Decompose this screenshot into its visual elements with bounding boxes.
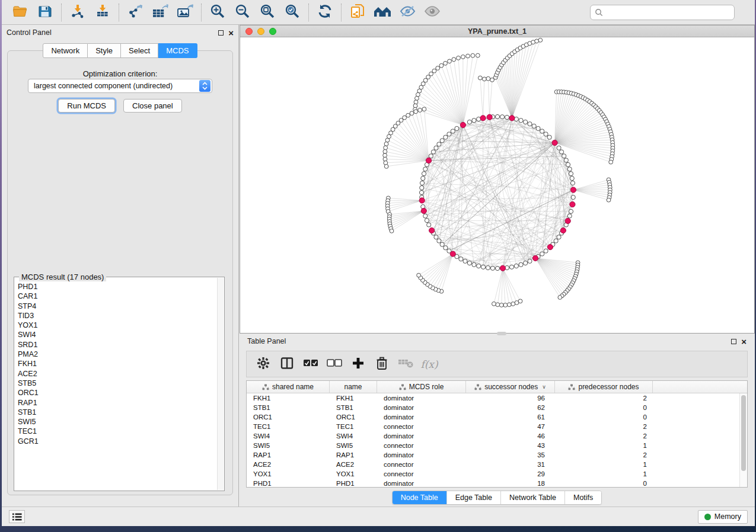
leaf-node[interactable]	[432, 69, 436, 73]
leaf-node[interactable]	[482, 77, 486, 81]
leaf-node[interactable]	[476, 53, 480, 57]
mcds-result-item[interactable]: STP4	[18, 302, 217, 311]
mcds-dominator-node[interactable]	[532, 255, 538, 261]
mcds-dominator-node[interactable]	[500, 265, 505, 271]
leaf-node[interactable]	[461, 55, 465, 59]
leaf-node[interactable]	[417, 273, 421, 277]
leaf-node[interactable]	[383, 149, 387, 153]
leaf-node[interactable]	[414, 110, 418, 114]
tab-style[interactable]: Style	[88, 43, 121, 58]
table-row[interactable]: STB1STB1dominator620	[247, 403, 739, 412]
network-node[interactable]	[437, 142, 441, 146]
network-node[interactable]	[562, 154, 566, 158]
leaf-node[interactable]	[499, 303, 503, 307]
mcds-result-item[interactable]: FKH1	[18, 359, 217, 368]
mcds-list-scrollbar[interactable]	[217, 278, 224, 490]
mcds-dominator-node[interactable]	[565, 218, 570, 223]
column-header-name[interactable]: name	[330, 381, 377, 393]
import-table-button[interactable]	[90, 2, 115, 23]
settings-button[interactable]	[253, 354, 274, 375]
table-row[interactable]: SWI4SWI4dominator462	[247, 431, 739, 441]
network-node[interactable]	[495, 114, 499, 118]
tab-mcds[interactable]: MCDS	[158, 43, 197, 58]
network-node[interactable]	[528, 122, 532, 126]
memory-button[interactable]: Memory	[698, 510, 748, 524]
mcds-dominator-node[interactable]	[547, 244, 553, 249]
network-node[interactable]	[444, 135, 448, 139]
network-node[interactable]	[524, 261, 528, 265]
network-node[interactable]	[451, 129, 455, 133]
zoom-out-button[interactable]	[230, 2, 255, 23]
leaf-node[interactable]	[511, 302, 515, 306]
close-window-icon[interactable]	[245, 28, 253, 35]
network-node[interactable]	[455, 126, 459, 130]
mcds-result-item[interactable]: PHD1	[18, 282, 217, 291]
network-node[interactable]	[519, 118, 523, 123]
tab-node-table[interactable]: Node Table	[393, 491, 446, 504]
clone-network-button[interactable]	[345, 2, 370, 23]
network-node[interactable]	[540, 129, 544, 133]
leaf-node[interactable]	[496, 303, 500, 307]
leaf-node[interactable]	[609, 160, 613, 164]
mcds-dominator-node[interactable]	[509, 116, 515, 121]
close-table-panel-icon[interactable]: ×	[741, 339, 747, 344]
zoom-fit-button[interactable]	[255, 2, 280, 23]
network-node[interactable]	[567, 214, 572, 218]
mcds-dominator-node[interactable]	[460, 122, 465, 127]
network-node[interactable]	[569, 172, 573, 176]
network-node[interactable]	[567, 167, 572, 171]
network-node[interactable]	[467, 120, 471, 124]
leaf-node[interactable]	[466, 54, 470, 58]
search-apps-button[interactable]	[370, 2, 395, 23]
tab-motifs[interactable]: Motifs	[564, 491, 601, 504]
network-node[interactable]	[571, 195, 575, 199]
mcds-result-list[interactable]: PHD1CAR1STP4TID3YOX1SWI4SRD1PMA2FKH1ACE2…	[18, 282, 217, 489]
network-node[interactable]	[557, 235, 561, 239]
leaf-node[interactable]	[384, 142, 388, 146]
mcds-result-item[interactable]: STB1	[18, 408, 217, 417]
table-row[interactable]: ORC1ORC1dominator610	[247, 412, 739, 422]
leaf-node[interactable]	[385, 138, 390, 142]
search-input[interactable]	[606, 8, 730, 17]
delete-column-button[interactable]	[371, 354, 393, 375]
table-row[interactable]: ACE2ACE2connector311	[247, 460, 739, 469]
leaf-node[interactable]	[406, 113, 410, 117]
network-node[interactable]	[540, 252, 544, 256]
tab-network[interactable]: Network	[43, 43, 88, 58]
mcds-result-item[interactable]: SWI4	[18, 330, 217, 339]
float-panel-icon[interactable]	[218, 30, 224, 36]
leaf-node[interactable]	[439, 63, 444, 68]
network-node[interactable]	[554, 239, 558, 243]
vertical-splitter-handle[interactable]	[237, 267, 241, 277]
save-session-button[interactable]	[33, 2, 58, 23]
network-node[interactable]	[490, 266, 495, 270]
horizontal-splitter-handle[interactable]	[497, 332, 506, 335]
leaf-node[interactable]	[538, 38, 543, 42]
network-node[interactable]	[463, 259, 467, 263]
tab-select[interactable]: Select	[121, 43, 158, 58]
mcds-result-item[interactable]: YOX1	[18, 321, 217, 330]
network-node[interactable]	[564, 158, 568, 162]
network-node[interactable]	[440, 139, 444, 143]
hide-selected-button[interactable]	[395, 2, 420, 23]
network-node[interactable]	[423, 167, 428, 171]
network-node[interactable]	[434, 146, 438, 150]
mcds-result-item[interactable]: SRD1	[18, 340, 217, 350]
network-node[interactable]	[557, 146, 561, 150]
leaf-node[interactable]	[448, 59, 452, 63]
mcds-result-item[interactable]: ORC1	[18, 388, 217, 398]
zoom-selected-button[interactable]	[280, 2, 305, 23]
network-node[interactable]	[420, 181, 424, 185]
network-node[interactable]	[444, 246, 448, 250]
close-panel-icon[interactable]: ×	[228, 30, 234, 36]
open-session-button[interactable]	[8, 2, 33, 23]
leaf-node[interactable]	[478, 76, 482, 80]
network-node[interactable]	[472, 262, 476, 267]
leaf-node[interactable]	[436, 66, 440, 70]
leaf-node[interactable]	[422, 107, 426, 111]
network-node[interactable]	[429, 154, 433, 158]
column-header-predecessor-nodes[interactable]: predecessor nodes	[555, 381, 653, 393]
network-node[interactable]	[419, 190, 423, 194]
mcds-dominator-node[interactable]	[450, 251, 455, 257]
network-node[interactable]	[569, 209, 573, 213]
